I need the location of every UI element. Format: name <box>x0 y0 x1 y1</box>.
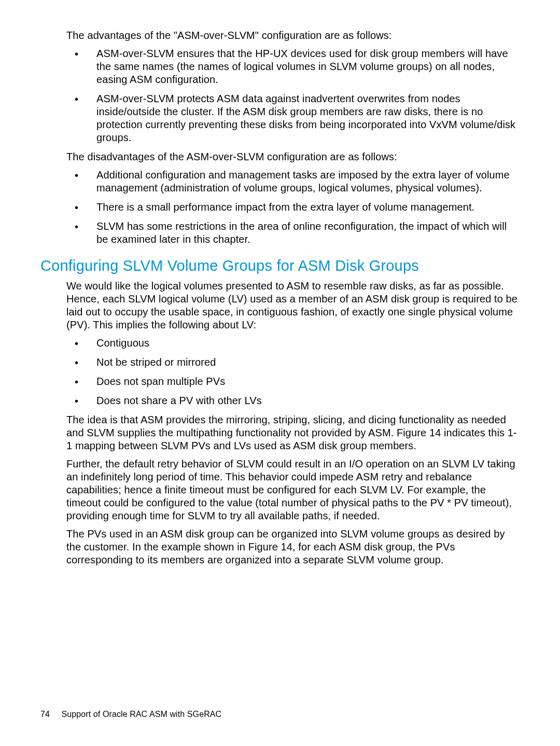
list-item: Not be striped or mirrored <box>66 356 520 369</box>
paragraph-lv-intro: We would like the logical volumes presen… <box>66 280 520 331</box>
list-item: ASM-over-SLVM ensures that the HP-UX dev… <box>66 47 520 86</box>
body-indent-block: The advantages of the "ASM-over-SLVM" co… <box>66 29 520 246</box>
list-item: Additional configuration and management … <box>66 169 520 195</box>
page-footer: 74 Support of Oracle RAC ASM with SGeRAC <box>40 710 221 719</box>
list-item: Contiguous <box>66 337 520 350</box>
footer-chapter-title: Support of Oracle RAC ASM with SGeRAC <box>62 710 222 719</box>
list-item: Does not span multiple PVs <box>66 375 520 388</box>
lv-requirements-list: Contiguous Not be striped or mirrored Do… <box>66 337 520 407</box>
list-item: SLVM has some restrictions in the area o… <box>66 220 520 246</box>
list-item: Does not share a PV with other LVs <box>66 394 520 407</box>
disadvantages-list: Additional configuration and management … <box>66 169 520 246</box>
disadvantages-intro: The disadvantages of the ASM-over-SLVM c… <box>66 150 520 163</box>
advantages-intro: The advantages of the "ASM-over-SLVM" co… <box>66 29 520 42</box>
paragraph-idea: The idea is that ASM provides the mirror… <box>66 413 520 452</box>
list-item: There is a small performance impact from… <box>66 201 520 214</box>
list-item: ASM-over-SLVM protects ASM data against … <box>66 92 520 144</box>
section-heading-configuring-slvm: Configuring SLVM Volume Groups for ASM D… <box>40 257 520 274</box>
page-content: The advantages of the "ASM-over-SLVM" co… <box>0 0 560 567</box>
page-number: 74 <box>40 710 50 719</box>
paragraph-retry: Further, the default retry behavior of S… <box>66 458 520 522</box>
advantages-list: ASM-over-SLVM ensures that the HP-UX dev… <box>66 47 520 144</box>
paragraph-pvs: The PVs used in an ASM disk group can be… <box>66 528 520 567</box>
body-indent-block-2: We would like the logical volumes presen… <box>66 280 520 567</box>
